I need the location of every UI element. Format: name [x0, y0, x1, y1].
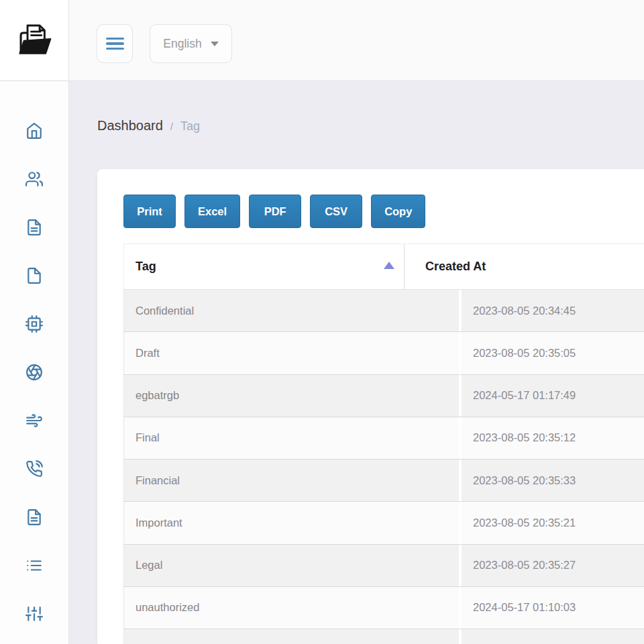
file-text-icon — [25, 508, 43, 529]
print-button[interactable]: Print — [123, 195, 176, 228]
export-toolbar: Print Excel PDF CSV Copy — [123, 195, 425, 228]
sidebar-item-users[interactable] — [24, 172, 44, 189]
created-at-cell: 2023-08-05 20:35:12 — [462, 417, 644, 459]
table-row: Important 2023-08-05 20:35:21 — [123, 502, 644, 544]
breadcrumb-separator: / — [170, 121, 173, 132]
copy-button[interactable]: Copy — [371, 195, 425, 228]
content-card: Print Excel PDF CSV Copy Tag Created At … — [97, 169, 644, 644]
created-at-cell: 2023-08-05 20:35:33 — [462, 460, 644, 501]
tag-cell: unauthorized — [124, 587, 462, 629]
sidebar-item-list[interactable] — [24, 558, 44, 576]
file-icon — [25, 267, 43, 287]
sidebar-item-contact[interactable] — [24, 462, 44, 479]
sidebar-item-system[interactable] — [24, 317, 44, 334]
aperture-icon — [25, 364, 43, 384]
language-value: English — [163, 37, 201, 51]
hamburger-icon — [106, 35, 124, 53]
sidebar-item-home[interactable] — [24, 123, 44, 141]
breadcrumb-dashboard-link[interactable]: Dashboard — [97, 118, 163, 133]
table-row: unauthorized 2024-05-17 01:10:03 — [123, 587, 644, 629]
cpu-icon — [25, 315, 43, 335]
tag-cell: Legal — [124, 545, 462, 586]
sort-asc-icon — [384, 262, 394, 269]
table-row-partial — [123, 629, 644, 644]
file-text-icon — [25, 219, 43, 239]
created-at-cell: 2023-08-05 20:35:27 — [462, 545, 644, 586]
tag-cell: egbatrgb — [124, 375, 462, 417]
sidebar-item-media[interactable] — [24, 365, 44, 382]
table-row: Financial 2023-08-05 20:35:33 — [123, 460, 644, 502]
sliders-icon — [25, 605, 43, 625]
sidebar — [0, 0, 69, 644]
excel-button[interactable]: Excel — [184, 195, 240, 228]
tag-cell: Confidential — [124, 290, 462, 331]
table-row: Final 2023-08-05 20:35:12 — [123, 417, 644, 460]
table-row: Confidential 2023-08-05 20:34:45 — [123, 290, 644, 332]
breadcrumb: Dashboard / Tag — [97, 118, 200, 133]
created-at-cell: 2024-05-17 01:10:03 — [462, 587, 644, 629]
phone-call-icon — [25, 460, 43, 480]
tag-cell: Important — [124, 502, 462, 543]
chevron-down-icon — [211, 42, 219, 46]
sidebar-nav — [0, 81, 68, 624]
folder-document-icon — [15, 20, 54, 60]
topbar: English — [69, 0, 644, 81]
table-body: Confidential 2023-08-05 20:34:45 Draft 2… — [123, 290, 644, 644]
table-row: Legal 2023-08-05 20:35:27 — [123, 545, 644, 587]
pdf-button[interactable]: PDF — [249, 195, 301, 228]
menu-toggle-button[interactable] — [97, 24, 133, 63]
column-header-created-at[interactable]: Created At — [405, 244, 644, 289]
table-row: egbatrgb 2024-05-17 01:17:49 — [123, 375, 644, 417]
sidebar-item-wind[interactable] — [24, 413, 44, 431]
table-row: Draft 2023-08-05 20:35:05 — [123, 332, 644, 374]
created-at-cell: 2023-08-05 20:35:05 — [462, 332, 644, 374]
tag-cell: Draft — [124, 332, 462, 374]
tag-cell: Final — [124, 417, 462, 459]
wind-icon — [25, 412, 43, 432]
sidebar-item-reports[interactable] — [24, 510, 44, 527]
created-at-cell: 2023-08-05 20:35:21 — [462, 502, 644, 543]
sidebar-item-files[interactable] — [24, 268, 44, 286]
tag-cell — [124, 629, 462, 644]
created-at-cell: 2024-05-17 01:17:49 — [462, 375, 644, 417]
csv-button[interactable]: CSV — [310, 195, 362, 228]
tag-cell: Financial — [124, 460, 462, 501]
created-at-cell: 2023-08-05 20:34:45 — [462, 290, 644, 331]
created-at-cell — [462, 629, 644, 644]
language-dropdown[interactable]: English — [150, 24, 232, 63]
breadcrumb-current-page: Tag — [180, 119, 200, 133]
users-icon — [25, 170, 43, 191]
table-header: Tag Created At — [123, 244, 644, 290]
list-icon — [25, 557, 43, 577]
app-logo[interactable] — [0, 0, 68, 81]
home-icon — [25, 122, 43, 142]
app-window: English Dashboard / Tag Print Excel PDF … — [0, 0, 644, 644]
sidebar-item-settings[interactable] — [24, 606, 44, 624]
sidebar-item-documents[interactable] — [24, 220, 44, 237]
column-header-tag[interactable]: Tag — [124, 244, 405, 289]
